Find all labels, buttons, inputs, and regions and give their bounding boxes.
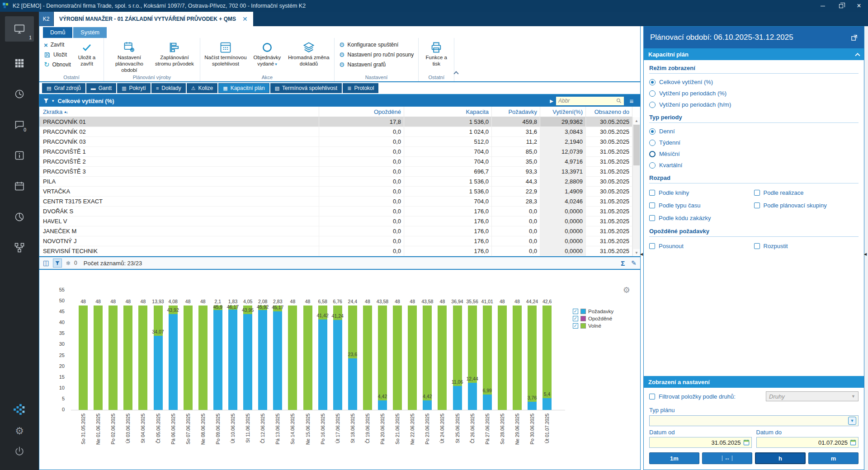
radio-control[interactable] <box>649 102 656 108</box>
sidebar-item[interactable] <box>10 85 28 103</box>
chevron-down-icon[interactable]: ▾ <box>52 99 54 103</box>
radio-option[interactable]: Týdenní <box>649 137 859 148</box>
radio-option[interactable]: Denní <box>649 126 859 137</box>
sidebar-item[interactable] <box>14 446 25 458</box>
checkbox-control[interactable] <box>649 243 655 249</box>
config-launch-button[interactable]: ⚙ Konfigurace spuštění <box>337 40 415 50</box>
checkbox-control[interactable] <box>649 202 655 208</box>
section-header-kapacitni-plan[interactable]: Kapacitní plán <box>644 48 864 60</box>
table-row[interactable]: PRACOVIŠTĚ 20,0704,035,04,971631.05.2025 <box>39 157 632 167</box>
checkbox-option[interactable]: Podle plánovací skupiny <box>754 199 859 212</box>
collapse-section-icon[interactable] <box>855 53 860 58</box>
view-tab-kapacitn-pl-n[interactable]: ▦Kapacitní plán <box>218 83 269 93</box>
edit-icon[interactable]: ✎ <box>631 259 637 267</box>
orders-issued-button[interactable]: Objednávky vydané▾ <box>248 39 286 67</box>
functions-print-button[interactable]: Funkce a tisk <box>421 39 451 67</box>
table-row[interactable]: PRACOVNÍK 030,0512,011,22,194030.05.2025 <box>39 137 632 147</box>
period-scale-button[interactable]: m <box>808 452 859 464</box>
checkbox-option[interactable]: Podle kódu zakázky <box>649 212 754 224</box>
radio-option[interactable]: Vytížení po periodách (%) <box>649 88 859 99</box>
checkbox-option[interactable]: Podle knihy <box>649 186 754 199</box>
view-tab-doklady[interactable]: ≡Doklady <box>151 83 186 93</box>
load-reliability-button[interactable]: Načíst termínovou spolehlivost <box>203 39 248 67</box>
freeze-icon[interactable]: ❄ <box>66 260 71 267</box>
ribbon-collapse-button[interactable] <box>454 70 458 77</box>
sidebar-item[interactable] <box>10 239 28 257</box>
scroll-down-icon[interactable]: ▼ <box>633 249 640 256</box>
sidebar-item[interactable] <box>13 404 26 416</box>
table-row[interactable]: PRACOVIŠTĚ 30,0696,793,313,397131.05.202… <box>39 167 632 177</box>
table-row[interactable]: VRTAČKA0,01 536,022,91,490930.05.2025 <box>39 187 632 197</box>
hamburger-menu-icon[interactable]: ≡ <box>627 97 637 105</box>
tab-close-icon[interactable]: ✕ <box>242 15 248 23</box>
table-row[interactable]: DVOŘÁK S0,0176,00,00,000031.05.2025 <box>39 207 632 216</box>
column-header[interactable]: Opožděné <box>319 107 404 117</box>
manual-moves-button[interactable]: ⚙ Nastavení pro ruční posuny <box>337 50 415 60</box>
vertical-scrollbar[interactable]: ▲ ▼ <box>632 117 640 256</box>
columns-icon[interactable]: ◫ <box>43 259 49 267</box>
filter-active-button[interactable] <box>53 258 62 268</box>
ribbon-tab-domu[interactable]: Domů <box>43 27 72 38</box>
column-header[interactable]: Kapacita <box>404 107 492 117</box>
save-button[interactable]: Uložit <box>42 50 73 60</box>
datum-od-input[interactable]: 31.05.2025 <box>649 437 752 448</box>
table-row[interactable]: NOVOTNÝ J0,0176,00,00,000031.05.2025 <box>39 236 632 246</box>
scroll-up-icon[interactable]: ▲ <box>633 117 640 124</box>
scrollbar-thumb[interactable] <box>633 125 640 165</box>
refresh-button[interactable]: ↻ Obnovit <box>42 60 73 70</box>
column-header[interactable]: Požadavky <box>492 107 540 117</box>
close-window-button[interactable]: × <box>850 0 868 12</box>
radio-control[interactable] <box>649 140 656 146</box>
column-header[interactable]: Zkratka▴₁ <box>39 107 319 117</box>
radio-option[interactable]: Vytížení po periodách (h/m) <box>649 99 859 110</box>
period-scale-button[interactable]: ↔ <box>702 452 752 464</box>
column-header[interactable]: Obsazeno do <box>586 107 632 117</box>
schedule-tree-button[interactable]: Zaplánování stromu průvodek <box>152 39 197 67</box>
checkbox-option[interactable]: Posunout <box>649 240 754 252</box>
view-tab-graf-zdroj-[interactable]: ▤Graf zdrojů <box>42 83 85 93</box>
sidebar-item[interactable]: 1 <box>5 16 34 42</box>
radio-control[interactable] <box>649 128 656 135</box>
sidebar-item[interactable]: ⚙ <box>15 426 24 436</box>
play-icon[interactable]: ▶ <box>550 99 553 103</box>
radio-control[interactable] <box>649 90 656 97</box>
table-row[interactable]: PRACOVNÍK 020,01 024,031,63,084330.05.20… <box>39 127 632 137</box>
sidebar-item[interactable] <box>10 54 28 72</box>
legend-checkbox[interactable]: ✓ <box>573 323 578 329</box>
table-row[interactable]: PRACOVNÍK 0117,81 536,0459,829,936230.05… <box>39 117 632 127</box>
typ-planu-select[interactable]: ▼ <box>649 415 859 426</box>
planning-period-button[interactable]: Nastavení plánovacího období <box>107 39 152 73</box>
checkbox-option[interactable]: Podle realizace <box>754 186 859 199</box>
checkbox-control[interactable] <box>649 215 655 221</box>
checkbox-option[interactable]: Podle typu času <box>649 199 754 212</box>
sidebar-item[interactable] <box>10 177 28 195</box>
panel-splitter[interactable]: ◀ <box>641 26 643 470</box>
datum-do-input[interactable]: 01.07.2025 <box>756 437 859 448</box>
save-close-button[interactable]: Uložit a zavřít <box>73 39 101 67</box>
collapse-edge-icon[interactable]: ◀ <box>864 252 867 256</box>
sum-icon[interactable]: Σ <box>621 259 625 267</box>
checkbox-control[interactable] <box>754 243 760 249</box>
table-row[interactable]: CENTR T3175 EXACT0,0704,028,34,024631.05… <box>39 197 632 207</box>
radio-control[interactable] <box>649 162 656 169</box>
restore-button[interactable] <box>832 0 850 12</box>
collapse-panel-icon[interactable]: ◀ <box>640 252 643 256</box>
column-header[interactable]: Vytížení(%) <box>540 107 586 117</box>
close-button[interactable]: × Zavřít <box>42 40 73 50</box>
chart-settings-button[interactable]: ⚙ Nastavení grafů <box>337 60 415 70</box>
dropdown-open-icon[interactable]: ▼ <box>848 417 856 425</box>
checkbox-control[interactable] <box>754 190 760 196</box>
view-tab-gantt[interactable]: ▬Gantt <box>86 83 116 93</box>
sidebar-item[interactable] <box>10 146 28 164</box>
tab-active-document[interactable]: VÝROBNÍ MANAŽER - 01 ZÁKLADNÍ VYTVÁŘENÍ … <box>54 12 253 26</box>
table-row[interactable]: SERVISNÍ TECHNIK0,0176,00,00,000031.05.2… <box>39 246 632 256</box>
view-tab-pokryt-[interactable]: ▥Pokrytí <box>117 83 151 93</box>
radio-option[interactable]: Měsíční <box>649 148 859 160</box>
search-input[interactable]: Abbr <box>556 97 624 105</box>
tab-k2[interactable]: K2 <box>39 12 53 26</box>
table-row[interactable]: HAVEL V0,0176,00,00,000031.05.2025 <box>39 216 632 226</box>
popout-icon[interactable] <box>851 34 858 41</box>
period-scale-button[interactable]: h <box>755 452 806 464</box>
legend-checkbox[interactable]: ✓ <box>573 316 578 321</box>
checkbox-control[interactable] <box>754 202 760 208</box>
